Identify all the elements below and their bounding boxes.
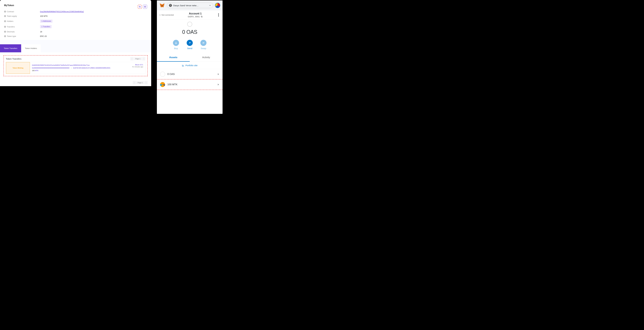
chevron-right-icon xyxy=(217,83,219,86)
account-bar: Not connected Account 1 0x5F9...6941 xyxy=(157,10,222,20)
pager-next[interactable]: › xyxy=(142,57,145,60)
tab-token-transfers[interactable]: Token Transfers xyxy=(0,44,21,52)
network-unknown-icon: ? xyxy=(169,4,172,7)
asset-icon-empty xyxy=(160,72,165,77)
info-icon: i xyxy=(4,11,6,12)
action-row: Buy Send Swap xyxy=(157,37,222,54)
asset-row-mtk[interactable]: 100 MTK xyxy=(156,79,223,90)
transfer-meta: Block #271 41 minutes ago xyxy=(128,62,145,74)
pager-top: ‹ Page 1 › xyxy=(130,57,145,60)
network-selector[interactable]: ? Oasys Sand Verse netw… xyxy=(167,3,213,8)
explorer-tabs: Token Transfers Token Holders xyxy=(0,44,151,52)
qr-icon xyxy=(144,6,146,8)
loading-spinner-icon xyxy=(187,22,192,27)
info-icon: i xyxy=(4,35,6,37)
pager-prev[interactable]: ‹ xyxy=(133,81,136,84)
account-menu-button[interactable] xyxy=(217,13,220,16)
info-icon: i xyxy=(4,20,6,22)
wallet-header: ? Oasys Sand Verse netw… xyxy=(157,0,222,10)
transfer-symbol[interactable]: MTK xyxy=(35,70,38,71)
transfers-highlight-box: Token Transfers ‹ Page 1 › Token Minting xyxy=(4,55,148,76)
token-card: MyToken iContract 0xa28b06d5968b67832224… xyxy=(0,0,151,86)
tab-activity[interactable]: Activity xyxy=(190,54,222,62)
asset-row-oas[interactable]: 0 OAS xyxy=(157,69,222,79)
download-icon xyxy=(175,41,177,44)
transfer-row: Token Minting 0xfb059302988670c042d22ecb… xyxy=(6,62,145,74)
pager-label: Page 1 xyxy=(136,81,144,84)
chart-icon xyxy=(182,64,184,67)
detail-transfers: iTransfers 1 Transfers xyxy=(4,25,147,28)
transfers-title: Token Transfers xyxy=(6,58,22,60)
swap-icon xyxy=(202,41,205,44)
connection-dot-icon xyxy=(159,14,161,16)
transfer-details: 0xfb059302988670c042d22ecbe6b85473a95e5e… xyxy=(30,62,128,74)
explorer-panel: MyToken iContract 0xa28b06d5968b67832224… xyxy=(0,0,151,114)
asset-label: 100 MTK xyxy=(168,83,215,86)
buy-button[interactable]: Buy xyxy=(173,40,179,50)
wallet-panel: ? Oasys Sand Verse netw… Not connected A… xyxy=(156,0,223,114)
pager-next[interactable]: › xyxy=(144,81,148,84)
account-name[interactable]: Account 1 xyxy=(174,12,217,15)
svg-rect-2 xyxy=(144,6,145,6)
portfolio-link[interactable]: Portfolio site xyxy=(157,62,222,69)
copy-button[interactable] xyxy=(138,5,142,9)
info-icon: i xyxy=(4,15,6,17)
tx-hash-link[interactable]: 0xfb059302988670c042d22ecbe6b85473a95e5e… xyxy=(32,64,90,66)
svg-rect-4 xyxy=(144,7,145,7)
token-title: MyToken xyxy=(4,4,147,7)
minting-tag: Token Minting xyxy=(6,62,30,74)
tab-token-holders[interactable]: Token Holders xyxy=(21,44,41,52)
copy-icon xyxy=(139,6,141,8)
detail-decimals: iDecimals 18 xyxy=(4,31,147,33)
account-avatar[interactable] xyxy=(215,3,220,8)
svg-rect-6 xyxy=(146,7,146,7)
detail-contract: iContract 0xa28b06d5968b6783222459ccec23… xyxy=(4,10,147,13)
pager-label: Page 1 xyxy=(134,57,142,60)
pager-bottom: ‹ Page 1 › xyxy=(133,81,148,84)
asset-label: 0 OAS xyxy=(168,73,215,76)
tab-assets[interactable]: Assets xyxy=(157,54,190,62)
pager-prev[interactable]: ‹ xyxy=(130,57,134,60)
svg-rect-3 xyxy=(145,6,146,6)
copy-icon xyxy=(201,15,203,18)
holders-badge[interactable]: 1 Addresses xyxy=(40,19,52,23)
transfer-amount: 100 xyxy=(32,70,34,71)
block-link[interactable]: Block #271 xyxy=(130,64,143,66)
contract-link[interactable]: 0xa28b06d5968b6783222459ccec2336530e9040… xyxy=(40,10,84,13)
balance-area: 0 OAS xyxy=(157,20,222,37)
time-ago: 41 minutes ago xyxy=(132,66,143,68)
connection-status[interactable]: Not connected xyxy=(159,14,174,16)
balance-value: 0 OAS xyxy=(157,29,222,35)
swap-button[interactable]: Swap xyxy=(200,40,206,50)
svg-rect-5 xyxy=(145,7,146,7)
transfers-badge[interactable]: 1 Transfers xyxy=(40,25,52,28)
from-address-link[interactable]: 0x00000000000000000000000000000000000000… xyxy=(32,67,69,69)
account-address[interactable]: 0x5F9...6941 xyxy=(174,15,217,18)
arrow-icon: → xyxy=(70,67,72,69)
chevron-down-icon xyxy=(209,4,211,6)
asset-icon-mtk xyxy=(160,82,165,87)
chevron-right-icon xyxy=(217,73,219,75)
to-address-link[interactable]: 0x5F9C55Fe66A24137c4f9B1Cd56088D9Af6fc69… xyxy=(73,67,110,69)
network-name: Oasys Sand Verse netw… xyxy=(173,4,208,7)
arrow-up-right-icon xyxy=(188,41,191,44)
detail-holders: iHolders 1 Addresses xyxy=(4,19,147,23)
detail-supply: iTotal supply 100 MTK xyxy=(4,15,147,17)
info-icon: i xyxy=(4,26,6,28)
detail-type: iToken type ERC-20 xyxy=(4,35,147,37)
metamask-fox-icon xyxy=(159,2,165,8)
send-button[interactable]: Send xyxy=(187,40,193,50)
info-icon: i xyxy=(4,31,6,33)
wallet-tabs: Assets Activity xyxy=(157,54,222,62)
qr-button[interactable] xyxy=(143,5,147,9)
